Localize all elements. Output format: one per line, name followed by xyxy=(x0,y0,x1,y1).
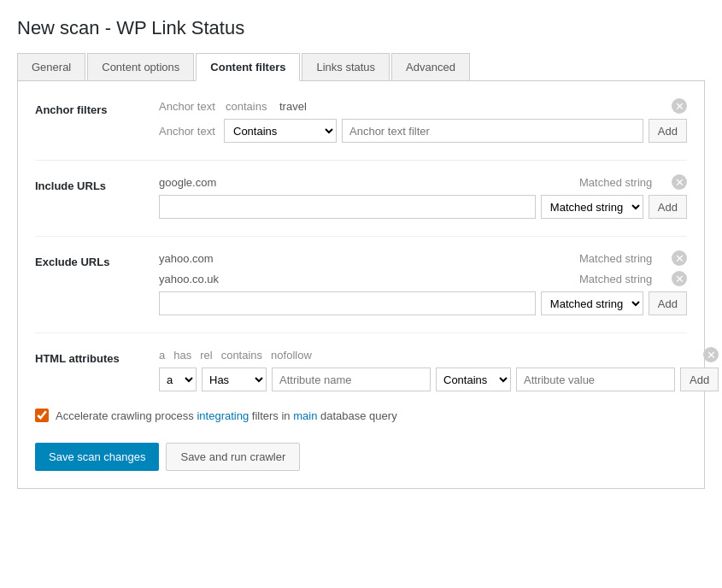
anchor-filters-label: Anchor filters xyxy=(35,98,159,116)
anchor-filter-label-text: Anchor text xyxy=(159,100,219,113)
exclude-url-value-2: yahoo.co.uk xyxy=(159,273,572,285)
exclude-url-value-1: yahoo.com xyxy=(159,252,572,265)
html-attr-op: contains xyxy=(221,349,262,362)
accelerate-label-before: Accelerate crawling process xyxy=(56,409,197,422)
anchor-filters-section: Anchor filters Anchor text contains trav… xyxy=(35,98,687,143)
tab-content-filters[interactable]: Content filters xyxy=(196,53,300,81)
include-urls-label: Include URLs xyxy=(35,174,159,192)
anchor-filter-type-text: contains xyxy=(226,100,273,113)
anchor-add-button[interactable]: Add xyxy=(649,119,687,143)
accelerate-link-integrating[interactable]: integrating xyxy=(197,409,249,422)
html-attr-add-row: a img div span Has Does not have Contain… xyxy=(159,368,719,391)
exclude-url-input[interactable] xyxy=(159,291,536,315)
html-attributes-section: HTML attributes a has rel contains nofol… xyxy=(35,347,687,391)
include-url-input[interactable] xyxy=(159,195,536,219)
include-url-add-row: Matched string Exact match Starts with E… xyxy=(159,195,687,219)
anchor-filters-content: Anchor text contains travel ✕ Anchor tex… xyxy=(159,98,687,143)
include-url-type: Matched string xyxy=(579,176,665,189)
include-url-existing-row: google.com Matched string ✕ xyxy=(159,174,687,190)
tab-links-status[interactable]: Links status xyxy=(302,53,390,80)
anchor-text-input[interactable] xyxy=(342,119,643,143)
accelerate-text: Accelerate crawling process integrating … xyxy=(56,409,397,422)
save-run-button[interactable]: Save and run crawler xyxy=(166,443,300,471)
html-attr-name-input[interactable] xyxy=(272,368,431,391)
exclude-url-type-1: Matched string xyxy=(579,252,665,265)
html-attr-remove-btn[interactable]: ✕ xyxy=(703,347,719,362)
html-op-select[interactable]: Contains Equals Starts with Ends with xyxy=(436,368,511,391)
html-attr-add-button[interactable]: Add xyxy=(680,368,719,391)
exclude-url-type-select[interactable]: Matched string Exact match Starts with E… xyxy=(541,291,643,315)
html-attributes-content: a has rel contains nofollow ✕ a img div … xyxy=(159,347,719,391)
include-url-value: google.com xyxy=(159,176,572,189)
accelerate-label-after: database query xyxy=(317,409,396,422)
exclude-urls-label: Exclude URLs xyxy=(35,250,159,268)
page-title: New scan - WP Link Status xyxy=(17,17,705,39)
anchor-add-label-text: Anchor text xyxy=(159,125,219,138)
html-attr-tag: a xyxy=(159,349,165,362)
exclude-url-add-button[interactable]: Add xyxy=(649,291,687,315)
exclude-url-existing-row-1: yahoo.com Matched string ✕ xyxy=(159,250,687,266)
exclude-urls-content: yahoo.com Matched string ✕ yahoo.co.uk M… xyxy=(159,250,687,315)
include-urls-content: google.com Matched string ✕ Matched stri… xyxy=(159,174,687,219)
save-scan-button[interactable]: Save scan changes xyxy=(35,443,159,471)
exclude-urls-section: Exclude URLs yahoo.com Matched string ✕ … xyxy=(35,250,687,315)
exclude-url-remove-btn-2[interactable]: ✕ xyxy=(672,271,687,286)
anchor-type-select[interactable]: Contains Does not contain Starts with En… xyxy=(224,119,337,143)
exclude-url-add-row: Matched string Exact match Starts with E… xyxy=(159,291,687,315)
html-attr-value: nofollow xyxy=(271,349,312,362)
anchor-filter-value-text: travel xyxy=(279,100,307,113)
anchor-filter-add-row: Anchor text Contains Does not contain St… xyxy=(159,119,687,143)
include-url-type-select[interactable]: Matched string Exact match Starts with E… xyxy=(541,195,643,219)
accelerate-link-main[interactable]: main xyxy=(293,409,317,422)
tab-content-options[interactable]: Content options xyxy=(87,53,194,80)
include-url-add-button[interactable]: Add xyxy=(649,195,687,219)
anchor-filter-existing-row: Anchor text contains travel ✕ xyxy=(159,98,687,114)
html-attr-condition: has xyxy=(173,349,191,362)
exclude-url-remove-btn-1[interactable]: ✕ xyxy=(672,250,687,266)
tab-general[interactable]: General xyxy=(17,53,85,80)
html-tag-select[interactable]: a img div span xyxy=(159,368,197,391)
html-condition-select[interactable]: Has Does not have xyxy=(202,368,267,391)
anchor-filter-remove-btn[interactable]: ✕ xyxy=(672,98,687,114)
include-urls-section: Include URLs google.com Matched string ✕… xyxy=(35,174,687,219)
exclude-url-type-2: Matched string xyxy=(579,273,665,285)
accelerate-checkbox[interactable] xyxy=(35,409,49,422)
html-attr-value-input[interactable] xyxy=(516,368,675,391)
footer-buttons: Save scan changes Save and run crawler xyxy=(35,439,687,471)
tabs-bar: General Content options Content filters … xyxy=(17,53,705,81)
include-url-remove-btn[interactable]: ✕ xyxy=(672,174,687,190)
html-attributes-label: HTML attributes xyxy=(35,347,159,365)
tab-advanced[interactable]: Advanced xyxy=(391,53,470,80)
exclude-url-existing-row-2: yahoo.co.uk Matched string ✕ xyxy=(159,271,687,286)
html-attr-attr: rel xyxy=(200,349,212,362)
accelerate-label-mid: filters in xyxy=(249,409,293,422)
accelerate-row: Accelerate crawling process integrating … xyxy=(35,409,687,422)
html-attr-existing-row: a has rel contains nofollow ✕ xyxy=(159,347,719,362)
content-area: Anchor filters Anchor text contains trav… xyxy=(17,81,705,489)
